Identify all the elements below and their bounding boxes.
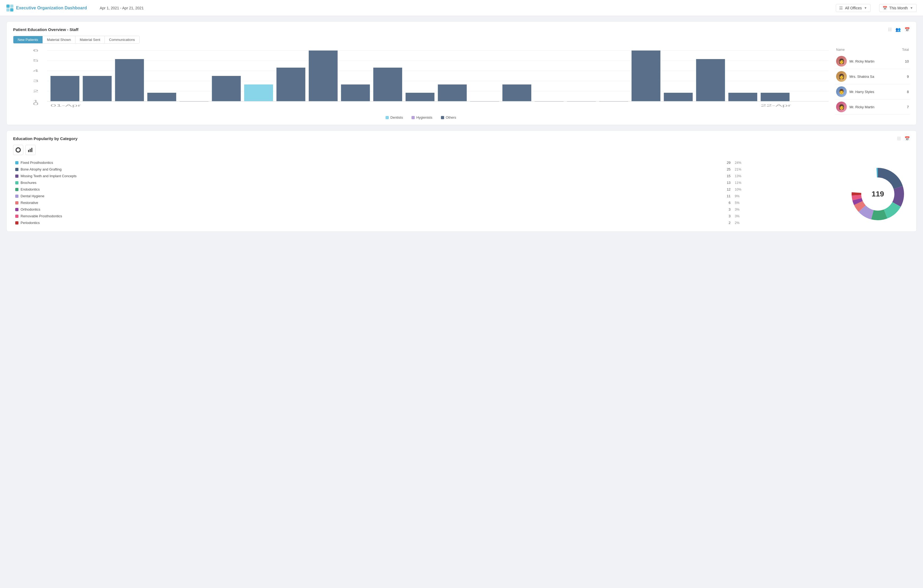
edu-row-4: Endodontics 12 10% <box>13 186 837 193</box>
svg-text:3: 3 <box>33 79 38 83</box>
logo-icon <box>7 5 13 11</box>
edu-row-9: Periodontics 2 2% <box>13 219 837 226</box>
cat-count-3: 13 <box>653 179 732 186</box>
chart-section: 6 5 4 3 2 1 0 <box>13 48 910 120</box>
cat-label-7: Orthodontics <box>21 207 40 211</box>
svg-rect-25 <box>309 51 338 101</box>
legend-hygienists: Hygienists <box>412 115 432 120</box>
cat-count-2: 15 <box>653 173 732 179</box>
cat-count-0: 29 <box>653 159 732 166</box>
date-dropdown[interactable]: 📅 This Month ▼ <box>879 4 916 12</box>
offices-dropdown[interactable]: ☷ All Offices ▼ <box>836 4 870 12</box>
cat-pct-8: 3% <box>732 213 837 219</box>
cat-pct-6: 5% <box>732 200 837 206</box>
cat-pct-4: 10% <box>732 186 837 193</box>
svg-point-44 <box>17 149 19 151</box>
calendar-small-icon[interactable]: 📅 <box>905 27 910 32</box>
cat-dot-6 <box>15 201 18 205</box>
lb-name-0: Mr. Ricky Martin <box>849 59 902 63</box>
edu-row-3: Brochures 13 11% <box>13 179 837 186</box>
svg-rect-31 <box>503 84 531 101</box>
lb-avatar-0: 👩 <box>836 56 847 67</box>
legend-dentists: Dentists <box>386 115 403 120</box>
svg-text:22-Apr: 22-Apr <box>761 104 791 107</box>
others-label: Others <box>446 115 456 120</box>
cat-label-6: Restorative <box>21 201 38 205</box>
main-content: Patient Education Overview - Staff ☷ 👥 📅… <box>0 16 923 237</box>
cat-pct-7: 3% <box>732 206 837 213</box>
card-header: Patient Education Overview - Staff ☷ 👥 📅 <box>13 27 910 32</box>
dentists-dot <box>386 116 389 119</box>
education-popularity-card: Education Popularity by Category ☷ 📅 <box>7 130 916 232</box>
svg-rect-45 <box>28 150 29 152</box>
cat-dot-3 <box>15 181 18 184</box>
edu-category-table: Fixed Prosthodontics 29 24% Bone Atrophy… <box>13 159 837 226</box>
cat-pct-0: 24% <box>732 159 837 166</box>
people-icon[interactable]: 👥 <box>895 27 901 32</box>
cat-dot-4 <box>15 188 18 191</box>
lb-name-1: Mrs. Shakira Sa <box>849 75 904 79</box>
cat-label-5: Dental Hygiene <box>21 194 44 198</box>
bar-chart-small-icon <box>28 147 33 152</box>
edu-card-title: Education Popularity by Category <box>13 136 77 141</box>
leaderboard: Name Total 👩 Mr. Ricky Martin 10 👩 Mrs. … <box>835 48 910 120</box>
cat-dot-9 <box>15 221 18 224</box>
cat-label-9: Periodontics <box>21 221 40 225</box>
date-chevron-icon: ▼ <box>910 6 913 10</box>
tab-material-shown[interactable]: Material Shown <box>43 36 76 43</box>
edu-row-5: Dental Hygiene 11 9% <box>13 193 837 200</box>
lb-col-name: Name <box>836 48 845 52</box>
tab-communications[interactable]: Communications <box>105 36 139 43</box>
svg-rect-17 <box>51 76 79 101</box>
cat-pct-5: 9% <box>732 193 837 200</box>
cat-count-1: 25 <box>653 166 732 173</box>
edu-row-8: Removable Prosthodontics 3 3% <box>13 213 837 219</box>
donut-view-btn[interactable] <box>13 145 23 155</box>
table-view-icon[interactable]: ☷ <box>888 27 892 32</box>
svg-rect-3 <box>10 8 13 11</box>
cat-count-4: 12 <box>653 186 732 193</box>
others-dot <box>441 116 444 119</box>
lb-avatar-3: 👩 <box>836 102 847 112</box>
bar-chart-svg: 6 5 4 3 2 1 0 <box>13 48 829 112</box>
cat-count-6: 6 <box>653 200 732 206</box>
edu-row-2: Missing Teeth and Implant Concepts 15 13… <box>13 173 837 179</box>
hygienists-dot <box>412 116 415 119</box>
lb-avatar-1: 👩 <box>836 71 847 82</box>
lb-name-2: Mr. Harry Styles <box>849 90 904 94</box>
cat-label-1: Bone Atrophy and Grafting <box>21 167 61 171</box>
lb-avatar-2: 👨 <box>836 86 847 97</box>
svg-text:6: 6 <box>33 49 38 52</box>
hygienists-label: Hygienists <box>416 115 432 120</box>
edu-row-6: Restorative 6 5% <box>13 200 837 206</box>
bar-view-btn[interactable] <box>25 145 36 155</box>
svg-rect-46 <box>30 149 31 152</box>
svg-rect-20 <box>147 93 176 101</box>
lb-row-2: 👨 Mr. Harry Styles 8 <box>835 84 910 100</box>
svg-text:2: 2 <box>33 89 38 93</box>
edu-table-icon[interactable]: ☷ <box>897 136 901 141</box>
donut-total: 119 <box>872 190 884 198</box>
edu-row-7: Orthodontics 3 3% <box>13 206 837 213</box>
tab-new-patients[interactable]: New Patients <box>13 36 43 43</box>
svg-rect-23 <box>244 84 273 101</box>
edu-row-0: Fixed Prosthodontics 29 24% <box>13 159 837 166</box>
svg-rect-24 <box>276 68 305 101</box>
leaderboard-header: Name Total <box>835 48 910 52</box>
cat-count-5: 11 <box>653 193 732 200</box>
edu-calendar-icon[interactable]: 📅 <box>905 136 910 141</box>
tab-material-sent[interactable]: Material Sent <box>76 36 105 43</box>
svg-text:0: 0 <box>33 102 38 106</box>
cat-count-9: 2 <box>653 219 732 226</box>
cat-pct-2: 13% <box>732 173 837 179</box>
cat-dot-0 <box>15 161 18 164</box>
lb-row-0: 👩 Mr. Ricky Martin 10 <box>835 54 910 69</box>
svg-rect-37 <box>696 59 725 101</box>
header: Executive Organization Dashboard Apr 1, … <box>0 0 923 16</box>
cat-dot-7 <box>15 208 18 211</box>
svg-rect-27 <box>373 68 402 101</box>
legend-others: Others <box>441 115 456 120</box>
edu-card-header: Education Popularity by Category ☷ 📅 <box>13 136 910 141</box>
chart-legend: Dentists Hygienists Others <box>13 115 829 120</box>
svg-rect-38 <box>728 93 757 101</box>
